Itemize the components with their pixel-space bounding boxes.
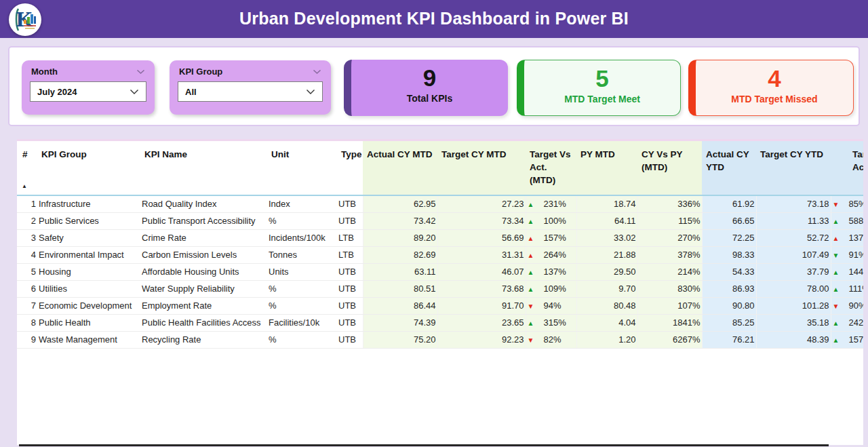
variance-value: 91% bbox=[849, 250, 864, 260]
cell-target-ytd: 101.28 bbox=[756, 297, 831, 314]
column-header-actual-cy-mtd[interactable]: Actual CY MTD bbox=[363, 141, 437, 195]
table-row[interactable]: 6UtilitiesWater Supply Reliability%UTB80… bbox=[17, 280, 863, 297]
cell-unit: Tonnes bbox=[267, 246, 337, 263]
kpi-table-panel: # ▲ KPI Group KPI Name Unit Type Actual … bbox=[17, 139, 863, 445]
cell-type: UTB bbox=[337, 195, 363, 212]
cell-target-ytd: 48.39 bbox=[756, 331, 831, 348]
kpi-group-slicer: KPI Group All bbox=[170, 60, 331, 115]
table-row[interactable]: 5HousingAffordable Housing UnitsUnitsUTB… bbox=[17, 263, 863, 280]
column-header-kpi-name[interactable]: KPI Name bbox=[140, 141, 267, 195]
variance-value: 90% bbox=[849, 300, 864, 311]
column-header-actual-cy-ytd[interactable]: Actual CY YTD bbox=[702, 141, 756, 195]
cell-group: Waste Management bbox=[37, 331, 140, 348]
cell-name: Water Supply Reliability bbox=[140, 280, 267, 297]
logo-icon: K bbox=[12, 6, 39, 33]
cell-cy-vs-py: 6267% bbox=[637, 331, 702, 348]
cell-target-mtd: 91.70 bbox=[437, 297, 526, 314]
table-row[interactable]: 9Waste ManagementRecycling Rate%UTB75.20… bbox=[17, 331, 863, 348]
kpi-group-dropdown[interactable]: All bbox=[178, 81, 323, 102]
cell-target-ytd: 37.79 bbox=[756, 263, 831, 280]
table-row[interactable]: 3SafetyCrime RateIncidents/100kLTB89.205… bbox=[17, 229, 863, 246]
cell-name: Carbon Emission Levels bbox=[140, 246, 267, 263]
cell-type: UTB bbox=[337, 212, 363, 229]
cell-type: UTB bbox=[337, 331, 363, 348]
cell-actual-mtd: 80.51 bbox=[363, 280, 437, 297]
table-row[interactable]: 1InfrastructureRoad Quality IndexIndexUT… bbox=[17, 195, 863, 212]
column-header-target-cy-mtd[interactable]: Target CY MTD bbox=[437, 141, 526, 195]
column-header-target-cy-ytd[interactable]: Target CY YTD bbox=[756, 141, 831, 195]
variance-value: 100% bbox=[544, 216, 566, 226]
cell-name: Public Health Facilities Access bbox=[140, 314, 267, 331]
chevron-down-icon[interactable] bbox=[136, 69, 145, 75]
variance-value: 242% bbox=[849, 317, 864, 328]
cell-group: Utilities bbox=[37, 280, 140, 297]
cell-target-mtd: 92.23 bbox=[437, 331, 526, 348]
column-header-type[interactable]: Type bbox=[337, 141, 363, 195]
cell-group: Safety bbox=[37, 229, 140, 246]
cell-type: LTB bbox=[337, 229, 363, 246]
cell-tva-ytd: ▼90% bbox=[831, 297, 863, 314]
column-header-py-mtd[interactable]: PY MTD bbox=[576, 141, 637, 195]
cell-cy-vs-py: 378% bbox=[637, 246, 702, 263]
kpi-group-slicer-label: KPI Group bbox=[179, 66, 222, 77]
cell-target-ytd: 11.33 bbox=[756, 212, 831, 229]
arrow-up-icon: ▲ bbox=[833, 336, 844, 344]
arrow-up-icon: ▲ bbox=[833, 218, 844, 225]
cell-actual-ytd: 86.93 bbox=[702, 280, 756, 297]
cell-target-ytd: 52.72 bbox=[756, 229, 831, 246]
mtd-target-missed-value: 4 bbox=[696, 66, 853, 92]
cell-tva-ytd: ▲157% bbox=[831, 331, 863, 348]
table-row[interactable]: 2Public ServicesPublic Transport Accessi… bbox=[17, 212, 863, 229]
cell-actual-mtd: 82.69 bbox=[363, 246, 437, 263]
cell-py-mtd: 21.88 bbox=[576, 246, 637, 263]
column-header-kpi-group[interactable]: KPI Group bbox=[37, 141, 140, 195]
cell-actual-ytd: 61.92 bbox=[702, 195, 756, 212]
table-row[interactable]: 8Public HealthPublic Health Facilities A… bbox=[17, 314, 863, 331]
arrow-down-icon: ▼ bbox=[528, 303, 538, 310]
cell-cy-vs-py: 830% bbox=[637, 280, 702, 297]
cell-tva-ytd: ▼91% bbox=[831, 246, 863, 263]
column-header-index[interactable]: # ▲ bbox=[17, 141, 37, 195]
sort-ascending-icon: ▲ bbox=[22, 184, 27, 189]
cell-target-mtd: 73.68 bbox=[437, 280, 526, 297]
column-header-unit[interactable]: Unit bbox=[267, 141, 337, 195]
table-row[interactable]: 7Economic DevelopmentEmployment Rate%UTB… bbox=[17, 297, 863, 314]
cell-name: Employment Rate bbox=[140, 297, 267, 314]
kpi-group-dropdown-value: All bbox=[185, 87, 197, 97]
cell-name: Affordable Housing Units bbox=[140, 263, 267, 280]
cell-tva-ytd: ▲144% bbox=[831, 263, 863, 280]
canvas-bottom-edge bbox=[19, 444, 829, 446]
cell-tva-mtd: ▼94% bbox=[526, 297, 576, 314]
cell-group: Economic Development bbox=[37, 297, 140, 314]
arrow-up-icon: ▲ bbox=[833, 286, 844, 293]
cell-type: UTB bbox=[337, 280, 363, 297]
month-dropdown[interactable]: July 2024 bbox=[30, 81, 146, 102]
cell-cy-vs-py: 336% bbox=[637, 195, 702, 212]
cell-unit: Incidents/100k bbox=[267, 229, 337, 246]
cell-py-mtd: 9.70 bbox=[576, 280, 637, 297]
cell-name: Crime Rate bbox=[140, 229, 267, 246]
arrow-up-icon: ▲ bbox=[528, 286, 538, 293]
cell-cy-vs-py: 1841% bbox=[637, 314, 702, 331]
arrow-up-icon: ▲ bbox=[833, 235, 844, 242]
column-header-target-vs-act-mtd[interactable]: Target Vs Act. (MTD) bbox=[526, 141, 576, 195]
table-row[interactable]: 4Environmental ImpactCarbon Emission Lev… bbox=[17, 246, 863, 263]
total-kpis-label: Total KPIs bbox=[351, 93, 508, 104]
chevron-down-icon[interactable] bbox=[313, 69, 321, 75]
month-slicer: Month July 2024 bbox=[22, 60, 155, 115]
cell-type: UTB bbox=[337, 263, 363, 280]
cell-actual-mtd: 74.39 bbox=[363, 314, 437, 331]
cell-py-mtd: 1.20 bbox=[576, 331, 637, 348]
cell-actual-mtd: 62.95 bbox=[363, 195, 437, 212]
arrow-down-icon: ▼ bbox=[833, 303, 844, 310]
cell-actual-mtd: 86.44 bbox=[363, 297, 437, 314]
column-header-target-vs-act-ytd[interactable]: Target Vs Act. (YTD) bbox=[831, 141, 863, 195]
column-header-cy-vs-py-mtd[interactable]: CY Vs PY (MTD) bbox=[637, 141, 702, 195]
variance-value: 111% bbox=[849, 284, 864, 294]
cell-target-ytd: 107.49 bbox=[756, 246, 831, 263]
cell-tva-ytd: ▲137% bbox=[831, 229, 863, 246]
variance-value: 94% bbox=[544, 300, 561, 311]
cell-actual-ytd: 66.65 bbox=[702, 212, 756, 229]
filter-panel: Month July 2024 KPI Group All 9 T bbox=[8, 46, 860, 126]
cell-group: Public Services bbox=[37, 212, 140, 229]
